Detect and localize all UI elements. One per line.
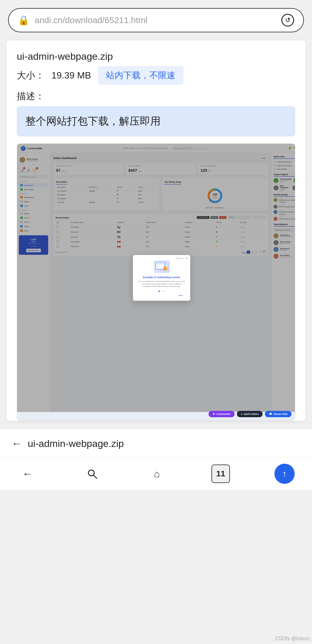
svg-text:⏱: ⏱ (164, 267, 167, 270)
modal-dot-1 (158, 291, 160, 292)
lock-icon: 🔒 (18, 15, 29, 26)
admin-preview: C CLEAN ADMIN HOME / PRODUCTS / LAPTOP W… (17, 144, 295, 421)
chat-icon: 💬 (269, 413, 272, 415)
address-bar: 🔒 andi.cn/download/65211.html ↺ (8, 8, 304, 32)
nav-upload-button[interactable]: ↑ (274, 464, 295, 484)
modal-dots (138, 291, 185, 292)
desc-label: 描述： (17, 90, 295, 103)
modal-desc: This is an example of a multistep onboar… (138, 280, 185, 288)
main-card: ui-admin-webpage.zip 大小： 19.39 MB 站内下载，不… (6, 40, 306, 421)
file-meta: 大小： 19.39 MB 站内下载，不限速 (17, 66, 295, 85)
dark-toggle-icon: ● (241, 413, 242, 415)
demo-chat-label: Demo Chat (274, 413, 287, 415)
modal-dot-3 (164, 291, 165, 292)
reload-icon[interactable]: ↺ (281, 14, 294, 27)
arrow-right-icon: → (183, 295, 185, 297)
url-bold: andi.cn (35, 15, 63, 25)
download-button[interactable]: 站内下载，不限速 (98, 66, 183, 85)
modal-icon: ⏱ (153, 260, 170, 273)
dark-colors-label: Dark Colors (244, 413, 259, 415)
modal-illustration: ⏱ (155, 262, 168, 272)
modal-next-label: Next (179, 295, 183, 297)
customizer-button[interactable]: ⚙ Customizer (209, 411, 235, 417)
size-label: 大小： (17, 69, 44, 82)
preview-toolbar: ⚙ Customizer ● Dark Colors 💬 Demo Chat (209, 411, 291, 417)
customizer-icon: ⚙ (213, 413, 215, 415)
modal-box: Skip Intro ✕ ⏱ (133, 255, 190, 301)
svg-rect-6 (157, 265, 161, 265)
modal-overlay: Skip Intro ✕ ⏱ (17, 144, 295, 412)
modal-title: Example of onboarding screen! (138, 276, 185, 279)
admin-ui: C CLEAN ADMIN HOME / PRODUCTS / LAPTOP W… (17, 144, 295, 412)
nav-back-button[interactable]: ← (17, 464, 38, 484)
customizer-label: Customizer (216, 413, 231, 415)
bottom-filename: ui-admin-webpage.zip (28, 438, 124, 449)
preview-wrapper: C CLEAN ADMIN HOME / PRODUCTS / LAPTOP W… (17, 144, 295, 418)
url-light: /download/65211.html (63, 15, 148, 25)
url-text: andi.cn/download/65211.html (35, 15, 276, 25)
file-title: ui-admin-webpage.zip (17, 51, 295, 62)
nav-search-button[interactable] (82, 464, 102, 484)
back-arrow-icon[interactable]: ← (12, 437, 22, 450)
dark-colors-button[interactable]: ● Dark Colors (237, 411, 263, 417)
svg-rect-5 (157, 263, 163, 264)
svg-line-11 (94, 475, 97, 478)
size-value: 19.39 MB (51, 70, 91, 81)
modal-skip-text[interactable]: Skip Intro (176, 257, 183, 259)
search-icon (87, 469, 97, 479)
tab-count[interactable]: 11 (211, 465, 230, 483)
demo-chat-button[interactable]: 💬 Demo Chat (265, 411, 291, 417)
watermark: CSDN @inkoci (275, 636, 310, 642)
nav-home-button[interactable]: ⌂ (147, 464, 167, 484)
desc-box: 整个网站打包下载，解压即用 (17, 106, 295, 136)
preview-container: C CLEAN ADMIN HOME / PRODUCTS / LAPTOP W… (17, 143, 295, 421)
nav-bar: ← ⌂ 11 ↑ (0, 458, 312, 490)
modal-close-button[interactable]: ✕ (185, 257, 188, 260)
svg-rect-7 (157, 266, 162, 267)
modal-dot-2 (161, 291, 162, 292)
modal-next-button[interactable]: Next → (138, 295, 185, 297)
bottom-bar: ← ui-admin-webpage.zip (0, 429, 312, 458)
